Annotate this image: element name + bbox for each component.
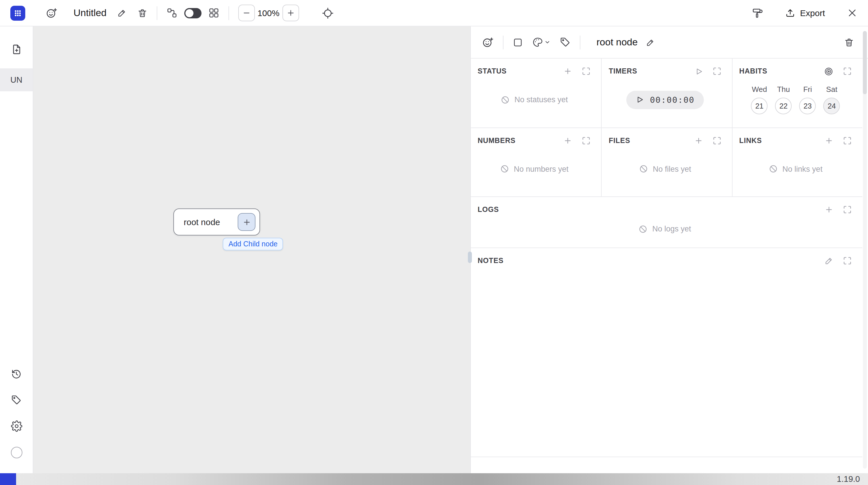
add-plus-icon (825, 205, 834, 214)
add-child-node-button[interactable] (238, 213, 255, 231)
node-shape-button[interactable] (513, 37, 523, 48)
logs-section: LOGS No logs yet (471, 197, 862, 248)
panel-scrollbar[interactable] (863, 31, 867, 468)
files-empty-text: No files yet (653, 164, 691, 173)
new-document-button[interactable] (11, 44, 22, 55)
add-plus-icon (242, 217, 251, 226)
center-view-button[interactable] (322, 7, 333, 19)
tree-view-button[interactable] (166, 7, 177, 19)
add-link-button[interactable] (825, 136, 834, 145)
history-button[interactable] (11, 368, 22, 379)
tree-view-icon (166, 7, 177, 19)
trash-icon (137, 8, 147, 18)
node-tags-button[interactable] (560, 37, 570, 48)
timers-section: TIMERS 00:00:00 (601, 59, 732, 127)
rename-node-button[interactable] (646, 38, 655, 47)
close-button[interactable] (847, 7, 858, 19)
habit-day: Thu 22 (775, 85, 792, 114)
theme-paint-button[interactable] (752, 7, 763, 19)
habit-day-name: Fri (803, 85, 812, 94)
pencil-icon (117, 8, 127, 18)
tag-icon (11, 394, 22, 405)
habit-day: Wed 21 (751, 85, 768, 114)
file-plus-icon (11, 44, 22, 55)
settings-gear-icon (11, 420, 22, 432)
document-emoji-button[interactable] (46, 7, 57, 19)
expand-corners-icon (843, 136, 852, 145)
logs-empty-state: No logs yet (639, 224, 691, 234)
expand-status-button[interactable] (582, 67, 591, 76)
numbers-empty-state: No numbers yet (500, 164, 569, 174)
links-empty-state: No links yet (769, 164, 823, 174)
ban-circle-icon (500, 164, 509, 174)
habit-day-circle[interactable]: 21 (751, 98, 768, 114)
panel-node-title: root node (596, 36, 638, 48)
view-mode-toggle[interactable] (184, 8, 201, 18)
logo-dots-icon (12, 8, 23, 18)
expand-files-button[interactable] (712, 136, 721, 145)
grid-view-button[interactable] (208, 7, 219, 19)
panel-header-divider (503, 35, 503, 49)
expand-habits-button[interactable] (843, 67, 852, 76)
export-button[interactable]: Export (782, 7, 828, 19)
habit-day-today: Sat 24 (824, 85, 840, 114)
start-timer-button[interactable] (694, 67, 703, 75)
tags-button[interactable] (11, 394, 22, 405)
tag-icon (560, 37, 570, 48)
app-version: 1.19.0 (837, 474, 860, 484)
timer-display[interactable]: 00:00:00 (626, 90, 704, 109)
habit-day: Fri 23 (799, 85, 816, 114)
expand-links-button[interactable] (843, 136, 852, 145)
habit-day-circle[interactable]: 22 (775, 98, 792, 114)
rename-document-button[interactable] (117, 8, 127, 18)
emoji-plus-icon (46, 7, 57, 19)
add-file-button[interactable] (694, 136, 703, 145)
links-empty-text: No links yet (782, 164, 823, 173)
timers-section-label: TIMERS (609, 67, 637, 75)
user-avatar-button[interactable] (11, 447, 22, 458)
habit-day-circle[interactable]: 23 (799, 98, 816, 114)
panel-row-1: STATUS No statuses yet (471, 59, 862, 128)
delete-node-button[interactable] (844, 37, 854, 48)
expand-corners-icon (843, 205, 852, 214)
add-status-button[interactable] (563, 67, 572, 76)
zoom-in-button[interactable] (282, 5, 299, 21)
notes-content-area[interactable] (477, 267, 852, 451)
sidebar-item-label: UN (10, 75, 22, 84)
expand-notes-button[interactable] (843, 256, 852, 265)
panel-resize-handle[interactable] (468, 251, 472, 263)
zoom-out-button[interactable] (238, 5, 255, 21)
sidebar-item-document[interactable]: UN (0, 68, 33, 91)
delete-document-button[interactable] (137, 8, 147, 18)
topbar-divider (228, 6, 229, 20)
node-color-button[interactable] (532, 37, 551, 48)
add-log-button[interactable] (825, 205, 834, 214)
add-number-button[interactable] (563, 136, 572, 145)
status-section-label: STATUS (477, 67, 507, 75)
trash-icon (844, 37, 854, 48)
status-empty-text: No statuses yet (515, 95, 568, 104)
node-emoji-button[interactable] (482, 36, 494, 48)
panel-header: root node (471, 26, 868, 59)
expand-timers-button[interactable] (712, 67, 721, 76)
pencil-icon (646, 38, 655, 47)
habit-day-name: Wed (752, 85, 767, 94)
scrollbar-thumb[interactable] (863, 31, 867, 94)
mindmap-canvas[interactable]: root node Add Child node (33, 26, 470, 473)
habit-day-circle[interactable]: 24 (824, 98, 840, 114)
export-upload-icon (785, 8, 795, 18)
edit-notes-button[interactable] (825, 256, 834, 265)
habits-target-button[interactable] (824, 66, 834, 76)
app-window: Untitled (0, 0, 868, 485)
habits-week-row: Wed 21 Thu 22 Fri 23 Sat (751, 85, 840, 114)
habits-section: HABITS Wed 21 (732, 59, 862, 127)
add-plus-icon (825, 136, 834, 145)
play-icon (636, 95, 644, 104)
add-child-tooltip: Add Child node (223, 238, 283, 250)
user-avatar (11, 447, 22, 458)
root-node[interactable]: root node (174, 209, 260, 236)
expand-numbers-button[interactable] (582, 136, 591, 145)
settings-button[interactable] (11, 420, 22, 432)
expand-logs-button[interactable] (843, 205, 852, 214)
notes-section: NOTES (471, 248, 862, 457)
